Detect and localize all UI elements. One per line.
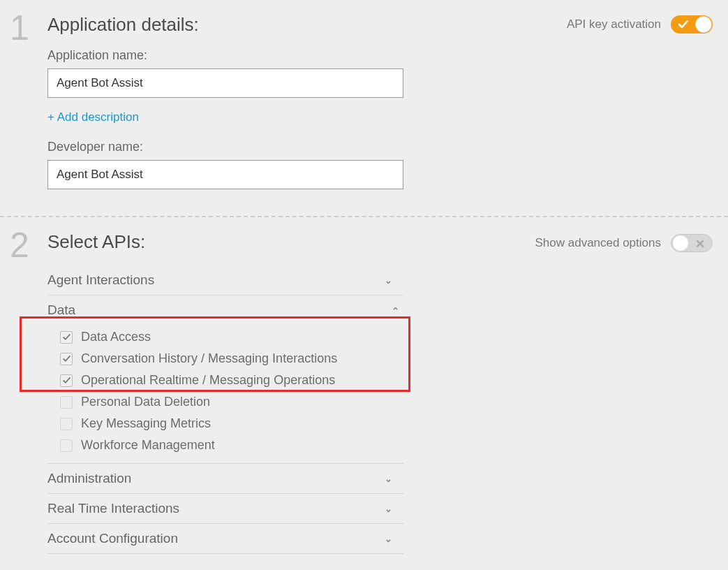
accordion-title: Administration <box>47 471 131 486</box>
chevron-down-icon: ⌄ <box>385 534 399 544</box>
close-icon: ✕ <box>695 237 705 251</box>
developer-name-label: Developer name: <box>47 140 708 154</box>
checkmark-icon <box>62 354 71 363</box>
checkmark-icon <box>62 376 71 385</box>
step-number-1: 1 <box>10 10 29 45</box>
accordion-title: Agent Interactions <box>47 272 154 288</box>
checkbox-data-access[interactable] <box>60 331 73 344</box>
app-name-label: Application name: <box>47 48 708 63</box>
api-key-activation-toggle[interactable] <box>671 15 713 34</box>
api-key-activation-label: API key activation <box>567 17 661 31</box>
accordion-header[interactable]: Account Configuration ⌄ <box>47 524 403 553</box>
toggle-knob <box>672 235 689 251</box>
checkmark-icon <box>62 332 71 342</box>
step-number-2: 2 <box>10 228 29 263</box>
app-name-input[interactable] <box>47 68 403 98</box>
checkbox-row: Conversation History / Messaging Interac… <box>60 348 403 370</box>
checkbox-row: Personal Data Deletion <box>60 391 403 413</box>
accordion-content: Data Access Conversation History / Messa… <box>47 325 403 463</box>
accordion-item-data: Data ⌄ Data Access Conversation History … <box>47 295 403 464</box>
accordion-header[interactable]: Agent Interactions ⌄ <box>47 265 403 295</box>
section-select-apis: 2 Select APIs: Show advanced options ✕ A… <box>0 217 728 568</box>
checkbox-label: Workforce Management <box>81 438 215 453</box>
developer-name-input[interactable] <box>47 160 403 189</box>
chevron-down-icon: ⌄ <box>385 275 399 286</box>
checkbox-row: Key Messaging Metrics <box>60 413 403 434</box>
checkmark-icon <box>678 19 689 30</box>
api-key-activation-control: API key activation <box>567 15 713 34</box>
chevron-up-icon: ⌄ <box>385 305 399 316</box>
add-description-link[interactable]: + Add description <box>47 110 139 124</box>
checkbox-row: Workforce Management <box>60 434 403 456</box>
accordion-item-agent-interactions: Agent Interactions ⌄ <box>47 265 403 295</box>
accordion-header[interactable]: Real Time Interactions ⌄ <box>47 494 403 523</box>
checkbox-operational-realtime[interactable] <box>60 374 73 387</box>
checkbox-personal-data-deletion[interactable] <box>60 396 73 409</box>
advanced-options-label: Show advanced options <box>535 236 661 250</box>
checkbox-label: Key Messaging Metrics <box>81 416 211 431</box>
checkbox-label: Conversation History / Messaging Interac… <box>81 351 337 366</box>
checkbox-label: Operational Realtime / Messaging Operati… <box>81 373 335 388</box>
checkbox-label: Personal Data Deletion <box>81 395 210 409</box>
section-application-details: 1 Application details: API key activatio… <box>0 0 728 216</box>
accordion-title: Data <box>47 302 75 318</box>
checkbox-conversation-history[interactable] <box>60 353 73 365</box>
checkbox-key-messaging-metrics[interactable] <box>60 418 73 430</box>
accordion-header[interactable]: Administration ⌄ <box>47 464 403 493</box>
accordion-item-administration: Administration ⌄ <box>47 464 403 494</box>
advanced-options-toggle[interactable]: ✕ <box>671 234 713 252</box>
checkbox-row: Data Access <box>60 326 403 348</box>
accordion-item-account-configuration: Account Configuration ⌄ <box>47 524 403 554</box>
api-accordion: Agent Interactions ⌄ Data ⌄ Data Access <box>47 265 403 554</box>
accordion-title: Account Configuration <box>47 531 178 546</box>
checkbox-row: Operational Realtime / Messaging Operati… <box>60 370 403 391</box>
checkbox-workforce-management[interactable] <box>60 439 73 452</box>
accordion-title: Real Time Interactions <box>47 501 179 516</box>
chevron-down-icon: ⌄ <box>385 474 399 484</box>
checkbox-label: Data Access <box>81 330 151 344</box>
toggle-knob <box>695 16 712 33</box>
accordion-item-real-time-interactions: Real Time Interactions ⌄ <box>47 494 403 524</box>
advanced-options-control: Show advanced options ✕ <box>535 234 713 252</box>
accordion-header[interactable]: Data ⌄ <box>47 295 403 325</box>
chevron-down-icon: ⌄ <box>385 504 399 514</box>
